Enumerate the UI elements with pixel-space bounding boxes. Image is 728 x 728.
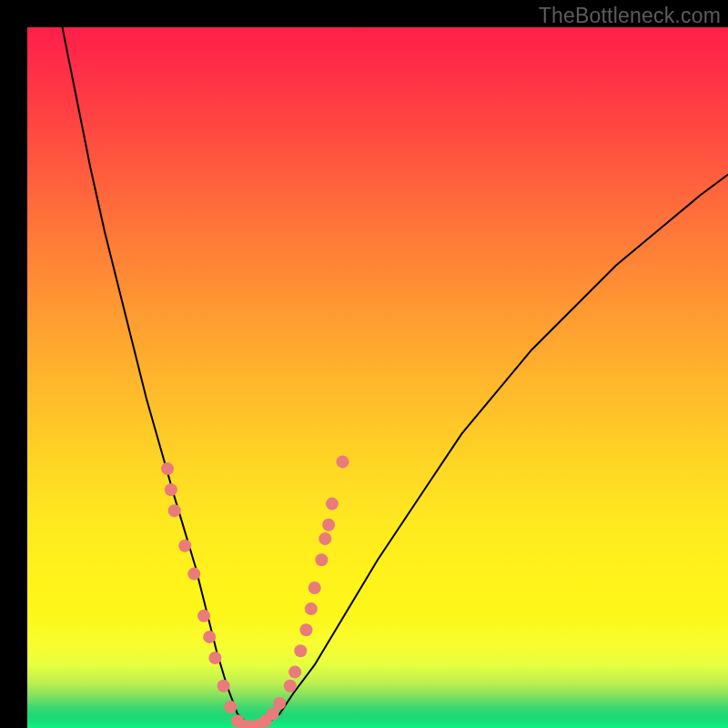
- watermark-text: TheBottleneck.com: [539, 4, 721, 28]
- data-point: [165, 483, 177, 496]
- data-point: [337, 455, 349, 468]
- data-point: [326, 498, 339, 511]
- data-point: [318, 532, 331, 545]
- data-point-markers: [161, 455, 349, 728]
- data-point: [284, 680, 297, 693]
- data-point: [217, 680, 230, 693]
- data-point: [168, 504, 181, 517]
- data-point: [161, 462, 174, 475]
- bottleneck-curve: [63, 27, 729, 728]
- data-point: [299, 623, 312, 636]
- data-point: [315, 553, 328, 566]
- data-point: [224, 701, 237, 713]
- plot-svg: [27, 27, 728, 728]
- data-point: [322, 519, 335, 531]
- data-point: [197, 610, 210, 622]
- data-point: [178, 540, 191, 552]
- data-point: [308, 581, 321, 594]
- data-point: [203, 631, 216, 643]
- data-point: [208, 652, 221, 664]
- data-point: [294, 644, 307, 657]
- data-point: [187, 568, 200, 581]
- data-point: [273, 697, 286, 710]
- data-point: [267, 708, 279, 721]
- chart-frame: TheBottleneck.com: [0, 0, 728, 728]
- plot-area: [27, 27, 728, 728]
- data-point: [305, 602, 318, 615]
- data-point: [288, 665, 301, 678]
